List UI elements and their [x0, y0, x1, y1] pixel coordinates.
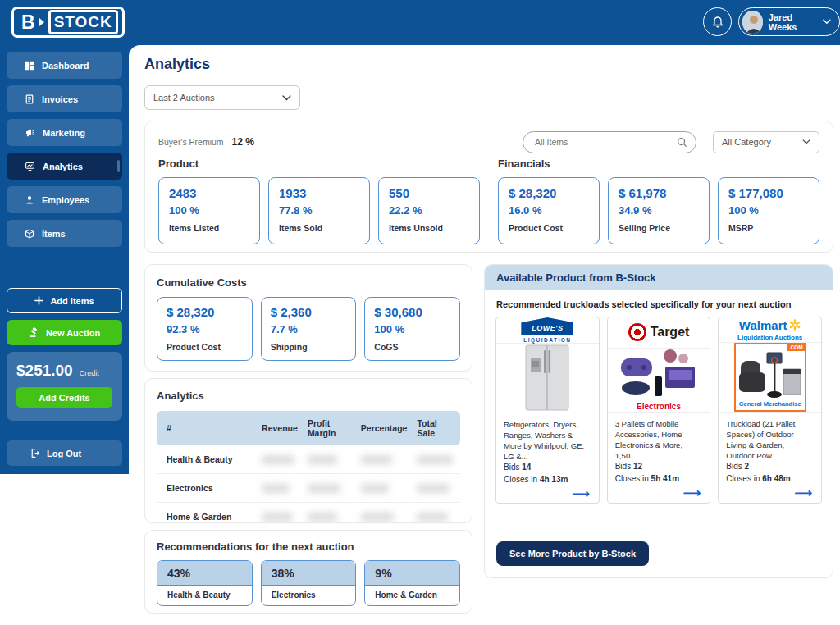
search-input[interactable] — [535, 137, 677, 147]
auction-meta: Bids 14 Closes in 4h 13m — [504, 462, 591, 486]
stat-card-items-listed: 2483 100 % Items Listed — [158, 177, 260, 244]
active-indicator — [117, 160, 120, 172]
cumulative-costs-title: Cumulative Costs — [157, 276, 460, 289]
redacted-value — [361, 484, 389, 493]
stat-percent: 22.2 % — [389, 204, 469, 217]
lowes-logo-text: LOWE'S — [521, 317, 573, 335]
credit-label: Credit — [80, 369, 99, 377]
redacted-value — [308, 513, 337, 522]
sidebar-item-label: Marketing — [43, 128, 85, 138]
row-category: Health & Beauty — [157, 445, 257, 474]
available-products-subtitle: Recommended truckloads selected specific… — [485, 290, 833, 317]
category-value: All Category — [722, 137, 771, 147]
items-search[interactable] — [523, 131, 696, 153]
auction-range-select[interactable]: Last 2 Auctions — [144, 85, 300, 110]
auction-card-target[interactable]: Target Electronics 3 Pallets o — [607, 317, 711, 504]
add-credits-button[interactable]: Add Credits — [16, 387, 112, 408]
electronics-caption: Electronics — [637, 402, 681, 411]
stat-percent: 77.8 % — [279, 204, 359, 217]
employees-icon — [25, 195, 34, 205]
lowes-logo: LOWE'S LIQUIDATION — [496, 317, 599, 344]
walmart-spark-icon — [789, 319, 801, 331]
notifications-button[interactable] — [703, 7, 732, 36]
table-header-row: # Revenue Profit Margin Percentage Total… — [157, 411, 460, 445]
stat-percent: 100 % — [169, 204, 249, 217]
stat-value: $ 177,080 — [728, 186, 809, 200]
available-products-title: Available Product from B-Stock — [485, 265, 833, 290]
user-menu[interactable]: Jared Weeks — [738, 7, 840, 36]
sidebar-item-label: Employees — [42, 195, 89, 205]
stat-value: $ 30,680 — [374, 305, 450, 319]
col-revenue: Revenue — [257, 411, 303, 445]
user-name: Jared Weeks — [769, 12, 817, 32]
lowes-logo-subtext: LIQUIDATION — [523, 337, 571, 343]
refrigerator-image — [496, 344, 599, 413]
redacted-value — [308, 484, 340, 493]
redacted-value — [417, 513, 448, 522]
stat-value: 550 — [389, 186, 469, 200]
filter-row: Buyer's Premium 12 % All Category — [158, 130, 819, 153]
logout-button[interactable]: Log Out — [7, 440, 122, 466]
sidebar-item-items[interactable]: Items — [7, 220, 122, 247]
redacted-value — [262, 455, 294, 464]
reco-label: Health & Beauty — [158, 586, 252, 605]
stat-percent: 100 % — [374, 323, 450, 335]
col-hash: # — [157, 411, 257, 445]
closes-label: Closes in — [504, 475, 537, 484]
analytics-table-title: Analytics — [157, 390, 460, 402]
sidebar-nav: Dashboard Invoices Marketing Analytics E… — [7, 52, 122, 253]
sidebar-item-label: Analytics — [43, 162, 83, 171]
sidebar-item-label: Invoices — [42, 94, 78, 104]
see-more-products-button[interactable]: See More Product by B-Stock — [496, 541, 649, 566]
chevron-down-icon — [823, 19, 831, 25]
new-auction-button[interactable]: New Auction — [7, 320, 122, 345]
product-section-title: Product — [158, 157, 480, 170]
redacted-value — [262, 484, 290, 493]
category-select[interactable]: All Category — [713, 131, 819, 153]
stat-card-items-unsold: 550 22.2 % Items Unsold — [378, 177, 480, 244]
add-items-button[interactable]: Add Items — [7, 288, 122, 313]
redacted-value — [417, 455, 453, 464]
recommendations-panel: Recommendations for the next auction 43%… — [144, 530, 472, 614]
credit-box: $251.00 Credit Add Credits — [7, 352, 122, 421]
open-auction-arrow[interactable]: ⟶ — [615, 485, 703, 499]
chevron-down-icon — [282, 95, 291, 101]
buyers-premium-label: Buyer's Premium — [158, 137, 224, 147]
dotcom-tag: .COM — [787, 344, 806, 351]
table-row: Electronics — [157, 474, 460, 503]
sidebar-item-label: Items — [42, 229, 66, 239]
dashboard-icon — [25, 61, 34, 71]
auction-card-lowes[interactable]: LOWE'S LIQUIDATION Refrigerators, Dryers… — [495, 317, 600, 504]
sidebar-item-analytics[interactable]: Analytics — [7, 153, 122, 180]
logout-label: Log Out — [47, 449, 81, 458]
row-category: Electronics — [157, 474, 257, 503]
sidebar-item-marketing[interactable]: Marketing — [7, 119, 122, 146]
stat-value: $ 28,320 — [167, 305, 243, 319]
open-auction-arrow[interactable]: ⟶ — [726, 485, 814, 499]
redacted-value — [361, 455, 392, 464]
sidebar-item-dashboard[interactable]: Dashboard — [7, 52, 122, 79]
sidebar-item-label: Dashboard — [42, 61, 89, 71]
sidebar-item-invoices[interactable]: Invoices — [7, 85, 122, 112]
recommendations-title: Recommendations for the next auction — [157, 541, 460, 553]
auction-description: Truckload (21 Pallet Spaces) of Outdoor … — [726, 418, 814, 461]
closes-value: 4h 13m — [540, 475, 568, 484]
stat-label: Selling Price — [619, 223, 699, 233]
auction-meta: Bids 12 Closes in 5h 41m — [615, 461, 703, 485]
redacted-value — [308, 455, 337, 464]
bids-value: 12 — [633, 462, 642, 471]
stat-label: Items Sold — [279, 223, 359, 233]
see-more-label: See More Product by B-Stock — [509, 549, 636, 559]
auction-card-walmart[interactable]: Walmart Liquidation Auctions .COM — [718, 317, 822, 504]
credit-amount: $251.00 — [16, 362, 73, 380]
financials-section: Financials $ 28,320 16.0 % Product Cost … — [498, 157, 819, 244]
open-auction-arrow[interactable]: ⟶ — [504, 486, 591, 500]
gavel-icon — [29, 327, 39, 338]
analytics-icon — [25, 162, 35, 171]
redacted-value — [262, 513, 293, 522]
reco-card-home-garden: 9% Home & Garden — [364, 560, 460, 606]
sidebar-item-employees[interactable]: Employees — [7, 186, 122, 213]
cumulative-costs-panel: Cumulative Costs $ 28,320 92.3 % Product… — [144, 264, 472, 372]
bell-icon — [711, 16, 724, 29]
reco-card-health-beauty: 43% Health & Beauty — [157, 560, 253, 606]
